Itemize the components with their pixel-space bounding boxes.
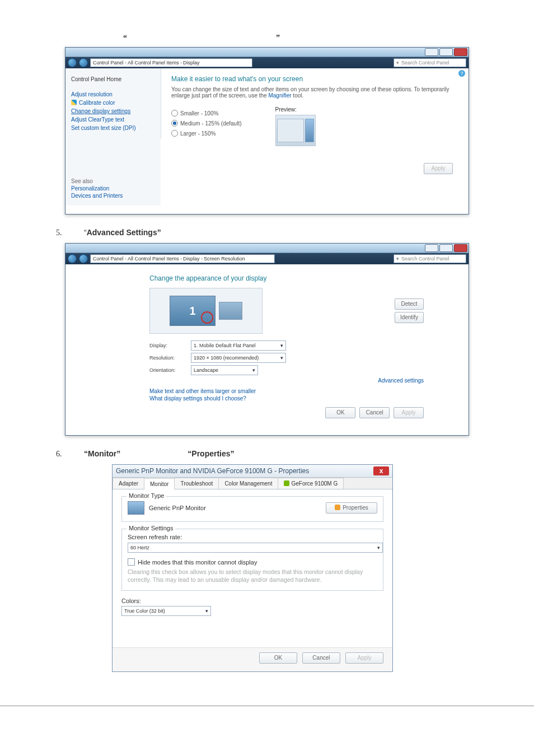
address-bar: Control Panel All Control Panel Items Di… bbox=[65, 57, 469, 68]
min-button[interactable] bbox=[425, 48, 438, 56]
tab-troubleshoot[interactable]: Troubleshoot bbox=[174, 478, 219, 489]
colors-label: Colors: bbox=[121, 598, 383, 604]
size-option-large[interactable]: Larger - 150% bbox=[171, 130, 242, 137]
address-bar: Control Panel All Control Panel Items Di… bbox=[65, 253, 469, 264]
refresh-combo[interactable]: 60 Hertz▾ bbox=[128, 543, 383, 553]
close-button[interactable] bbox=[454, 244, 467, 252]
titlebar bbox=[65, 244, 469, 253]
properties-button[interactable]: Properties bbox=[326, 502, 377, 514]
close-quote: ” bbox=[276, 34, 280, 43]
properties-icon bbox=[335, 505, 340, 510]
chevron-down-icon: ▾ bbox=[205, 608, 208, 614]
apply-button[interactable]: Apply bbox=[424, 163, 453, 174]
checkbox-icon bbox=[128, 558, 135, 566]
colors-combo[interactable]: True Color (32 bit)▾ bbox=[121, 606, 211, 616]
close-button[interactable] bbox=[454, 48, 467, 56]
apply-button[interactable]: Apply bbox=[345, 652, 383, 664]
sidebar-item[interactable]: Adjust resolution bbox=[71, 91, 155, 97]
seealso-link[interactable]: Devices and Printers bbox=[71, 193, 155, 199]
size-option-small[interactable]: Smaller - 100% bbox=[171, 110, 242, 116]
monitor-diagram[interactable]: 1 bbox=[149, 288, 263, 334]
highlight-circle-icon bbox=[201, 311, 213, 324]
chevron-down-icon: ▾ bbox=[280, 343, 283, 348]
tab-geforce[interactable]: GeForce 9100M G bbox=[278, 478, 344, 489]
orientation-label: Orientation: bbox=[149, 367, 183, 373]
orientation-combo[interactable]: Landscape▾ bbox=[191, 365, 258, 375]
monitor-2[interactable] bbox=[219, 302, 242, 320]
shield-icon bbox=[71, 100, 77, 105]
max-button[interactable] bbox=[439, 244, 453, 252]
size-option-medium[interactable]: Medium - 125% (default) bbox=[171, 120, 242, 127]
page-desc: You can change the size of text and othe… bbox=[171, 86, 458, 99]
step-6: 6. “Monitor” “Properties” bbox=[56, 449, 478, 459]
monitor-name: Generic PnP Monitor bbox=[149, 505, 206, 511]
nav-fwd-icon[interactable] bbox=[79, 254, 88, 263]
resolution-label: Resolution: bbox=[149, 355, 183, 361]
advanced-settings-link[interactable]: Advanced settings bbox=[149, 377, 424, 384]
monitor-1[interactable]: 1 bbox=[170, 296, 216, 326]
cancel-button[interactable]: Cancel bbox=[302, 652, 340, 664]
open-quote: “ bbox=[123, 34, 127, 43]
text-size-link[interactable]: Make text and other items larger or smal… bbox=[149, 388, 424, 394]
identify-button[interactable]: Identify bbox=[395, 312, 424, 323]
display-window: Control Panel All Control Panel Items Di… bbox=[65, 47, 469, 214]
sidebar-item[interactable]: Set custom text size (DPI) bbox=[71, 125, 155, 131]
resolution-combo[interactable]: 1920 × 1080 (recommended)▾ bbox=[191, 353, 286, 363]
nav-fwd-icon[interactable] bbox=[79, 58, 88, 67]
hide-modes-hint: Clearing this check box allows you to se… bbox=[128, 568, 377, 584]
sidebar-item[interactable]: Calibrate color bbox=[71, 100, 155, 106]
dialog-title: Generic PnP Monitor and NVIDIA GeForce 9… bbox=[113, 465, 392, 478]
chevron-down-icon: ▾ bbox=[252, 367, 255, 373]
preview-area: Preview: bbox=[275, 106, 316, 146]
sidebar-home[interactable]: Control Panel Home bbox=[71, 76, 155, 82]
breadcrumb[interactable]: Control Panel All Control Panel Items Di… bbox=[90, 58, 252, 67]
which-settings-link[interactable]: What display settings should I choose? bbox=[149, 395, 424, 402]
page-title: Make it easier to read what's on your sc… bbox=[171, 75, 458, 83]
display-combo[interactable]: 1. Mobile Default Flat Panel▾ bbox=[191, 340, 286, 351]
apply-button[interactable]: Apply bbox=[394, 407, 424, 418]
search-input[interactable]: ▾ Search Control Panel bbox=[394, 58, 466, 67]
ok-button[interactable]: OK bbox=[259, 652, 297, 664]
max-button[interactable] bbox=[439, 48, 453, 56]
nvidia-icon bbox=[284, 480, 289, 486]
monitor-properties-dialog: Generic PnP Monitor and NVIDIA GeForce 9… bbox=[112, 464, 393, 672]
seealso-link[interactable]: Personalization bbox=[71, 185, 155, 192]
nav-back-icon[interactable] bbox=[68, 254, 77, 263]
chevron-down-icon: ▾ bbox=[377, 545, 380, 550]
detect-button[interactable]: Detect bbox=[395, 298, 424, 310]
sidebar-item[interactable]: Change display settings bbox=[71, 108, 155, 114]
size-options: Smaller - 100% Medium - 125% (default) L… bbox=[171, 106, 242, 146]
refresh-label: Screen refresh rate: bbox=[128, 534, 377, 540]
nav-back-icon[interactable] bbox=[68, 58, 77, 67]
min-button[interactable] bbox=[425, 244, 438, 252]
display-label: Display: bbox=[149, 343, 183, 348]
preview-thumb bbox=[275, 115, 316, 146]
titlebar bbox=[65, 48, 469, 57]
breadcrumb[interactable]: Control Panel All Control Panel Items Di… bbox=[90, 254, 275, 263]
main-panel: Make it easier to read what's on your sc… bbox=[161, 68, 469, 214]
preview-label: Preview: bbox=[275, 106, 316, 113]
tab-monitor[interactable]: Monitor bbox=[144, 478, 175, 489]
monitor-type-group: Monitor Type Generic PnP Monitor Propert… bbox=[121, 496, 383, 522]
monitor-settings-group: Monitor Settings Screen refresh rate: 60… bbox=[121, 529, 383, 591]
sidebar: Control Panel Home Adjust resolution Cal… bbox=[65, 68, 161, 139]
monitor-icon bbox=[128, 501, 144, 515]
cancel-button[interactable]: Cancel bbox=[359, 407, 390, 418]
search-input[interactable]: ▾ Search Control Panel bbox=[394, 254, 466, 263]
chevron-down-icon: ▾ bbox=[280, 355, 283, 361]
tab-color-management[interactable]: Color Management bbox=[218, 478, 278, 489]
step-5: 5. “Advanced Settings” bbox=[56, 228, 478, 237]
sidebar-item[interactable]: Adjust ClearType text bbox=[71, 116, 155, 123]
seealso-header: See also bbox=[71, 178, 155, 184]
sidebar-footer: See also Personalization Devices and Pri… bbox=[65, 139, 161, 206]
close-icon[interactable]: x bbox=[373, 466, 389, 475]
tab-adapter[interactable]: Adapter bbox=[113, 478, 144, 489]
page-title: Change the appearance of your display bbox=[149, 274, 424, 282]
screen-resolution-window: Control Panel All Control Panel Items Di… bbox=[65, 243, 469, 436]
ok-button[interactable]: OK bbox=[325, 407, 355, 418]
main-panel: Change the appearance of your display 1 … bbox=[65, 264, 469, 435]
magnifier-link[interactable]: Magnifier bbox=[268, 92, 291, 99]
dialog-tabs: Adapter Monitor Troubleshoot Color Manag… bbox=[113, 478, 392, 489]
hide-modes-check[interactable]: Hide modes that this monitor cannot disp… bbox=[128, 558, 377, 566]
